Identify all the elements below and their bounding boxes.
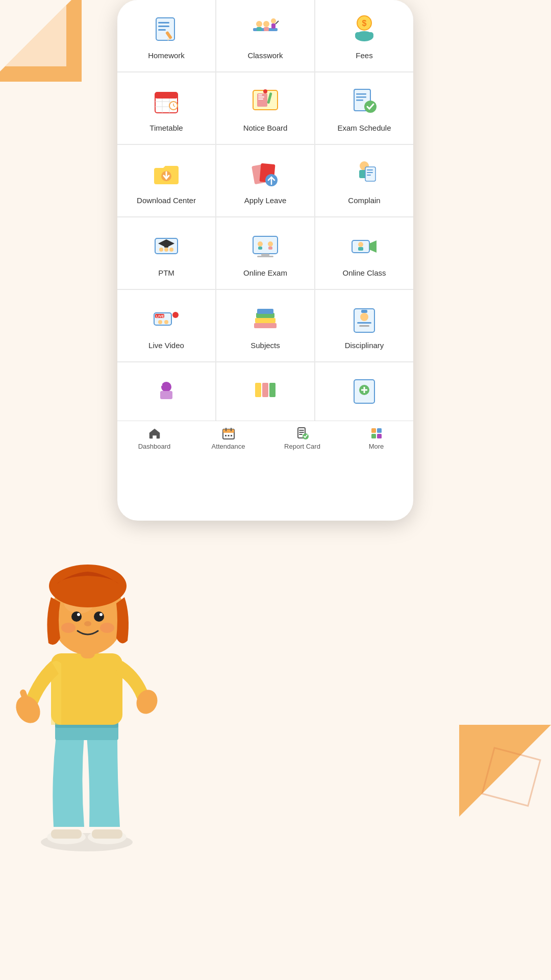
phone-inner: Homework	[117, 0, 413, 457]
menu-item-subjects[interactable]: Subjects	[216, 290, 314, 361]
applyleave-label: Apply Leave	[244, 195, 287, 206]
svg-rect-86	[255, 383, 261, 397]
menu-item-homework[interactable]: Homework	[117, 0, 215, 71]
svg-point-72	[158, 320, 162, 324]
svg-rect-53	[164, 243, 168, 248]
menu-item-timetable[interactable]: Timetable	[117, 72, 215, 144]
menu-item-complain[interactable]: Complain	[315, 145, 413, 216]
svg-point-109	[41, 833, 133, 851]
onlineexam-icon	[249, 230, 282, 263]
livevideo-label: Live Video	[148, 340, 184, 351]
svg-rect-97	[225, 435, 227, 436]
menu-item-disciplinary[interactable]: Disciplinary	[315, 290, 413, 361]
menu-item-onlineexam[interactable]: Online Exam	[216, 217, 314, 289]
svg-rect-36	[356, 96, 366, 98]
misc2-icon	[249, 374, 282, 406]
svg-rect-106	[377, 428, 382, 433]
timetable-label: Timetable	[149, 123, 183, 133]
bottom-nav: Dashboard Attendance	[117, 421, 413, 457]
svg-rect-94	[223, 429, 234, 433]
menu-item-misc3[interactable]	[315, 362, 413, 421]
menu-item-download[interactable]: Download Center	[117, 145, 215, 216]
svg-rect-19	[155, 92, 178, 99]
svg-rect-114	[55, 725, 118, 740]
svg-rect-29	[258, 94, 262, 95]
svg-rect-50	[367, 175, 371, 176]
menu-item-misc2[interactable]	[216, 362, 314, 421]
svg-point-54	[159, 248, 163, 252]
svg-point-9	[263, 21, 269, 27]
svg-rect-105	[371, 428, 376, 433]
svg-point-71	[172, 312, 179, 318]
download-icon	[150, 158, 183, 190]
svg-point-122	[64, 591, 94, 614]
menu-item-examschedule[interactable]: Exam Schedule	[315, 72, 413, 144]
menu-item-onlineclass[interactable]: Online Class	[315, 217, 413, 289]
svg-rect-81	[359, 325, 369, 327]
svg-rect-80	[357, 322, 371, 324]
examschedule-icon	[348, 85, 381, 118]
svg-rect-30	[258, 96, 264, 97]
homework-icon	[150, 13, 183, 45]
svg-rect-3	[158, 29, 166, 31]
svg-point-121	[51, 575, 124, 655]
svg-rect-98	[228, 435, 229, 436]
svg-point-110	[47, 830, 86, 844]
svg-rect-35	[356, 93, 366, 95]
svg-rect-17	[355, 32, 373, 37]
nav-item-reportcard[interactable]: Report Card	[265, 426, 339, 450]
menu-item-applyleave[interactable]: Apply Leave	[216, 145, 314, 216]
svg-point-79	[360, 313, 368, 321]
menu-item-fees[interactable]: $ Fees	[315, 0, 413, 71]
character-illustration	[0, 536, 173, 852]
nav-item-more[interactable]: More	[339, 426, 413, 450]
disciplinary-label: Disciplinary	[345, 340, 384, 351]
svg-rect-2	[158, 26, 169, 27]
menu-item-ptm[interactable]: PTM	[117, 217, 215, 289]
timetable-icon	[150, 85, 183, 118]
svg-point-129	[61, 623, 76, 633]
svg-point-33	[263, 89, 267, 93]
classwork-label: Classwork	[247, 51, 283, 61]
calendar-icon	[221, 426, 236, 440]
svg-rect-87	[262, 383, 268, 397]
menu-item-classwork[interactable]: Classwork	[216, 0, 314, 71]
reportcard-icon	[295, 426, 310, 440]
svg-rect-63	[268, 247, 272, 250]
svg-rect-10	[264, 27, 269, 31]
more-icon	[369, 426, 384, 440]
onlineclass-icon	[348, 230, 381, 263]
fees-icon: $	[348, 13, 381, 45]
nav-dashboard-label: Dashboard	[138, 443, 171, 450]
svg-point-130	[100, 623, 114, 633]
svg-rect-85	[160, 391, 172, 399]
classwork-icon	[249, 13, 282, 45]
svg-text:LIVE: LIVE	[156, 314, 164, 318]
menu-item-misc1[interactable]	[117, 362, 215, 421]
svg-rect-113	[92, 829, 122, 839]
examschedule-label: Exam Schedule	[337, 123, 391, 133]
applyleave-icon	[249, 158, 282, 190]
svg-point-123	[49, 565, 127, 607]
svg-rect-57	[253, 236, 278, 254]
nav-more-label: More	[369, 443, 384, 450]
svg-rect-12	[271, 23, 276, 29]
svg-rect-1	[158, 22, 169, 23]
svg-rect-103	[299, 434, 303, 435]
nav-item-attendance[interactable]: Attendance	[191, 426, 265, 450]
svg-marker-84	[160, 384, 162, 386]
complain-icon	[348, 158, 381, 190]
nav-item-dashboard[interactable]: Dashboard	[117, 426, 191, 450]
svg-rect-82	[361, 310, 367, 313]
svg-point-60	[258, 241, 263, 247]
svg-rect-118	[19, 689, 32, 708]
homework-label: Homework	[148, 51, 185, 61]
menu-item-livevideo[interactable]: LIVE Live Video	[117, 290, 215, 361]
phone-frame: Homework	[117, 0, 413, 521]
onlineclass-label: Online Class	[342, 268, 386, 278]
nav-attendance-label: Attendance	[212, 443, 245, 450]
svg-rect-88	[269, 383, 276, 397]
menu-item-noticeboard[interactable]: Notice Board	[216, 72, 314, 144]
svg-rect-49	[367, 172, 373, 173]
svg-rect-74	[254, 323, 277, 328]
